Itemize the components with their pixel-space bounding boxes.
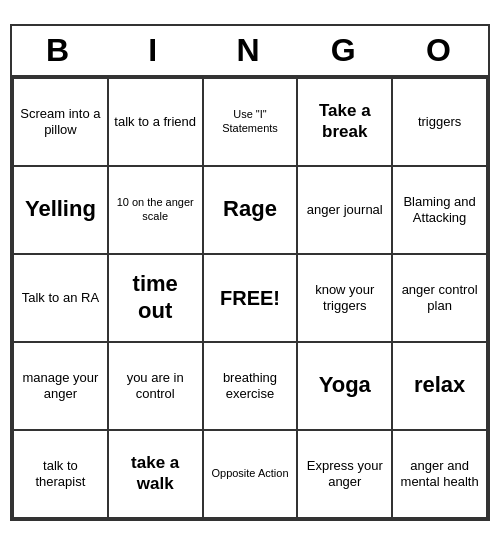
- bingo-cell: Express your anger: [298, 431, 393, 519]
- bingo-cell: relax: [393, 343, 488, 431]
- bingo-cell: Scream into a pillow: [14, 79, 109, 167]
- bingo-cell: Use "I" Statements: [204, 79, 299, 167]
- bingo-cell: Yelling: [14, 167, 109, 255]
- bingo-grid: Scream into a pillowtalk to a friendUse …: [12, 77, 488, 519]
- bingo-cell: take a walk: [109, 431, 204, 519]
- bingo-header: BINGO: [12, 26, 488, 77]
- bingo-cell: breathing exercise: [204, 343, 299, 431]
- bingo-cell: talk to therapist: [14, 431, 109, 519]
- bingo-cell: you are in control: [109, 343, 204, 431]
- bingo-cell: Yoga: [298, 343, 393, 431]
- bingo-letter: N: [202, 32, 297, 69]
- bingo-letter: I: [107, 32, 202, 69]
- bingo-cell: anger and mental health: [393, 431, 488, 519]
- bingo-cell: FREE!: [204, 255, 299, 343]
- bingo-cell: manage your anger: [14, 343, 109, 431]
- bingo-letter: O: [393, 32, 488, 69]
- bingo-cell: Take a break: [298, 79, 393, 167]
- bingo-cell: Rage: [204, 167, 299, 255]
- bingo-letter: G: [298, 32, 393, 69]
- bingo-cell: Opposite Action: [204, 431, 299, 519]
- bingo-card: BINGO Scream into a pillowtalk to a frie…: [10, 24, 490, 521]
- bingo-cell: anger journal: [298, 167, 393, 255]
- bingo-cell: triggers: [393, 79, 488, 167]
- bingo-letter: B: [12, 32, 107, 69]
- bingo-cell: 10 on the anger scale: [109, 167, 204, 255]
- bingo-cell: Talk to an RA: [14, 255, 109, 343]
- bingo-cell: Blaming and Attacking: [393, 167, 488, 255]
- bingo-cell: talk to a friend: [109, 79, 204, 167]
- bingo-cell: time out: [109, 255, 204, 343]
- bingo-cell: know your triggers: [298, 255, 393, 343]
- bingo-cell: anger control plan: [393, 255, 488, 343]
